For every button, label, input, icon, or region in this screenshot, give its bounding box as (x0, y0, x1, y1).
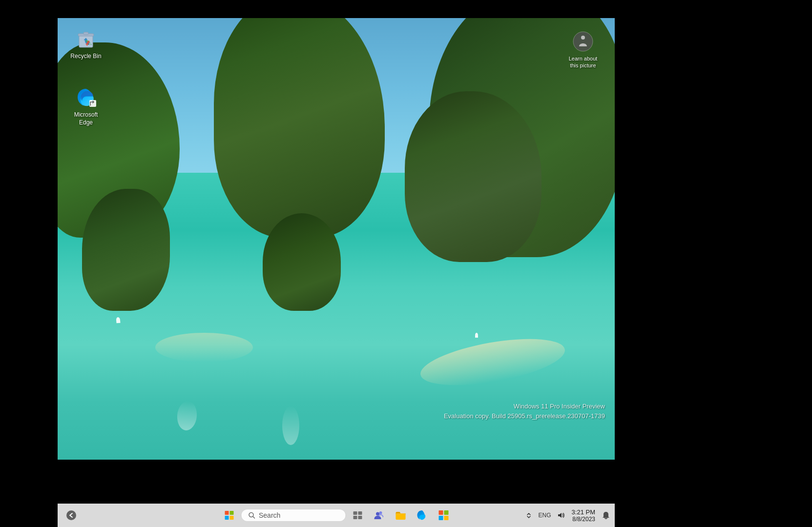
svg-rect-9 (353, 511, 357, 515)
recycle-bin-icon[interactable]: Recycle Bin (66, 25, 105, 62)
svg-point-13 (379, 511, 382, 514)
input-language-button[interactable]: ENG (538, 510, 552, 520)
file-explorer-icon (395, 509, 406, 521)
back-button[interactable] (62, 506, 81, 525)
svg-rect-2 (83, 32, 88, 35)
store-icon (437, 509, 449, 521)
teams-icon (373, 509, 385, 521)
svg-point-6 (66, 510, 76, 520)
taskbar-center: Search (219, 506, 453, 525)
desktop: Windows 11 Pro Insider Preview Evaluatio… (58, 18, 615, 460)
microsoft-edge-icon[interactable]: Microsoft Edge (66, 84, 105, 128)
clock-time: 3:21 PM (572, 508, 595, 516)
task-view-button[interactable] (348, 506, 367, 525)
svg-rect-12 (358, 516, 362, 519)
search-icon (248, 512, 255, 519)
svg-line-8 (253, 517, 255, 519)
svg-rect-18 (438, 510, 443, 515)
edge-taskbar-icon (416, 509, 428, 521)
svg-rect-11 (353, 516, 357, 519)
svg-point-5 (581, 36, 585, 40)
teams-button[interactable] (369, 506, 389, 525)
learn-about-label: Learn aboutthis picture (563, 55, 603, 69)
system-tray: ENG 3:21 PM 8/8/2023 (524, 508, 611, 523)
svg-rect-19 (444, 510, 448, 515)
clock-date: 8/8/2023 (572, 516, 595, 523)
edge-taskbar-button[interactable] (412, 506, 432, 525)
windows-logo-icon (225, 511, 233, 520)
file-explorer-button[interactable] (391, 506, 410, 525)
search-placeholder: Search (259, 511, 280, 519)
clock[interactable]: 3:21 PM 8/8/2023 (570, 508, 597, 523)
recycle-bin-label: Recycle Bin (68, 53, 104, 61)
volume-button[interactable] (556, 510, 566, 520)
search-box[interactable]: Search (241, 509, 346, 522)
svg-point-14 (376, 512, 379, 516)
svg-rect-20 (438, 516, 443, 520)
taskbar: Search (58, 504, 615, 527)
store-button[interactable] (434, 506, 453, 525)
svg-rect-21 (444, 516, 448, 520)
show-hidden-icons-button[interactable] (524, 510, 534, 520)
task-view-icon (352, 510, 363, 521)
watermark: Windows 11 Pro Insider Preview Evaluatio… (444, 402, 605, 421)
svg-rect-10 (358, 511, 362, 515)
svg-rect-17 (396, 513, 405, 514)
language-label: ENG (539, 512, 551, 519)
svg-point-4 (573, 32, 593, 51)
edge-icon-label: Microsoft Edge (68, 111, 104, 126)
notifications-button[interactable] (601, 510, 611, 520)
learn-about-picture-icon[interactable]: Learn aboutthis picture (561, 28, 605, 71)
start-button[interactable] (219, 506, 239, 525)
